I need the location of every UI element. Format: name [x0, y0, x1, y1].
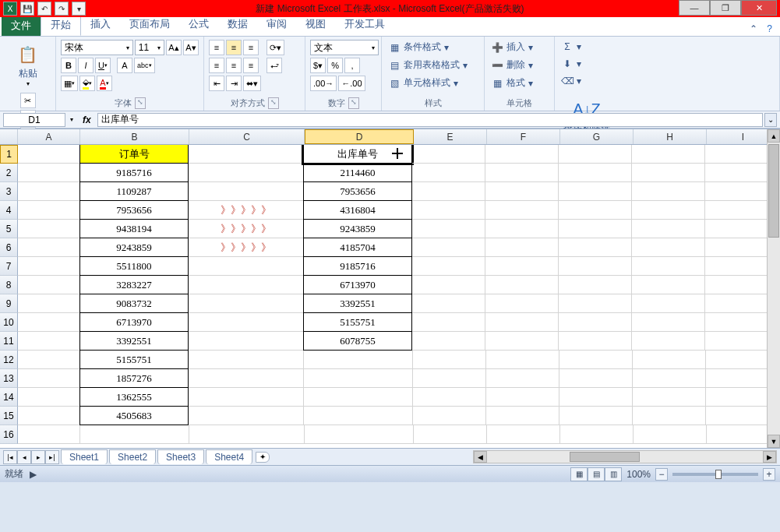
insert-cells-button[interactable]: ➕插入 ▾	[489, 40, 549, 55]
cell-B16[interactable]	[80, 425, 189, 444]
cell-D7[interactable]: 9185716	[303, 256, 412, 276]
decrease-decimal-button[interactable]: ←.00	[338, 76, 365, 91]
cell-D15[interactable]	[304, 407, 413, 425]
cell-A1[interactable]	[18, 145, 80, 164]
cell-H13[interactable]	[633, 369, 706, 388]
cell-E14[interactable]	[413, 388, 486, 407]
cell-G1[interactable]	[559, 145, 632, 164]
cell-D6[interactable]: 4185704	[303, 238, 412, 257]
cell-H6[interactable]	[632, 238, 705, 257]
cell-F5[interactable]	[485, 220, 559, 238]
maximize-button[interactable]: ❐	[710, 0, 741, 16]
cell-B10[interactable]: 6713970	[79, 312, 189, 332]
row-header-2[interactable]: 2	[0, 164, 18, 182]
cell-A13[interactable]	[18, 369, 80, 388]
cell-F9[interactable]	[485, 294, 559, 313]
cell-G5[interactable]	[559, 220, 632, 238]
minimize-button[interactable]: —	[679, 0, 710, 16]
cell-B5[interactable]: 9438194	[79, 219, 189, 238]
row-header-6[interactable]: 6	[0, 238, 18, 257]
align-center-button[interactable]: ≡	[226, 58, 242, 73]
increase-font-button[interactable]: A▴	[166, 40, 182, 55]
tab-开发工具[interactable]: 开发工具	[335, 14, 394, 36]
cell-D4[interactable]: 4316804	[303, 200, 412, 220]
sheet-tab-Sheet2[interactable]: Sheet2	[109, 449, 156, 464]
cell-C6[interactable]: 》》》》》	[189, 238, 304, 257]
file-tab[interactable]: 文件	[2, 16, 41, 36]
align-middle-button[interactable]: ≡	[226, 40, 242, 55]
cell-E11[interactable]	[412, 332, 485, 351]
cell-D5[interactable]: 9243859	[303, 219, 412, 238]
cell-C15[interactable]	[189, 407, 304, 425]
conditional-formatting-button[interactable]: ▦条件格式 ▾	[386, 40, 479, 55]
cell-C10[interactable]	[189, 313, 304, 332]
view-normal-button[interactable]: ▦	[570, 467, 588, 481]
row-header-1[interactable]: 1	[0, 145, 18, 164]
align-right-button[interactable]: ≡	[243, 58, 259, 73]
cell-F2[interactable]	[485, 164, 559, 182]
col-header-E[interactable]: E	[414, 129, 487, 144]
cell-B6[interactable]: 9243859	[79, 238, 189, 257]
cell-A5[interactable]	[18, 220, 80, 238]
tab-公式[interactable]: 公式	[179, 14, 218, 36]
zoom-level[interactable]: 100%	[626, 469, 651, 480]
cell-E15[interactable]	[413, 407, 486, 425]
row-header-14[interactable]: 14	[0, 388, 18, 407]
cell-A12[interactable]	[18, 351, 80, 369]
font-name-combo[interactable]: 宋体▾	[61, 40, 133, 55]
cell-F6[interactable]	[485, 238, 559, 257]
cell-G7[interactable]	[559, 257, 632, 276]
cell-H14[interactable]	[633, 388, 706, 407]
cell-D8[interactable]: 6713970	[303, 275, 412, 294]
fill-button[interactable]: ⬇▾	[559, 57, 583, 71]
row-header-4[interactable]: 4	[0, 201, 18, 220]
cell-E10[interactable]	[412, 313, 485, 332]
row-header-16[interactable]: 16	[0, 425, 18, 444]
cell-F11[interactable]	[485, 332, 559, 351]
cell-G9[interactable]	[559, 294, 632, 313]
macro-record-icon[interactable]: ▶	[30, 469, 37, 480]
comma-button[interactable]: ,	[344, 58, 360, 73]
ribbon-minimize-icon[interactable]: ⌃	[746, 22, 761, 36]
horizontal-scrollbar[interactable]: ◀ ▶	[473, 450, 777, 463]
cell-F8[interactable]	[485, 276, 559, 294]
sheet-tab-Sheet3[interactable]: Sheet3	[157, 449, 204, 464]
underline-button[interactable]: U▾	[95, 58, 111, 73]
cell-A15[interactable]	[18, 407, 80, 425]
fill-color-button[interactable]: ⬙▾	[79, 76, 95, 91]
cell-F3[interactable]	[485, 182, 559, 201]
select-all-corner[interactable]	[0, 129, 18, 144]
row-header-9[interactable]: 9	[0, 294, 18, 313]
cell-G15[interactable]	[559, 407, 633, 425]
cell-B8[interactable]: 3283227	[79, 275, 189, 294]
cell-C11[interactable]	[189, 332, 304, 351]
cell-H3[interactable]	[632, 182, 705, 201]
paste-button[interactable]: 📋 粘贴 ▾	[12, 40, 44, 90]
delete-cells-button[interactable]: ➖删除 ▾	[489, 58, 549, 72]
cell-A9[interactable]	[18, 294, 80, 313]
name-box-dropdown-icon[interactable]: ▾	[67, 116, 76, 123]
cell-H11[interactable]	[632, 332, 705, 351]
cell-A11[interactable]	[18, 332, 80, 351]
autosum-button[interactable]: Σ▾	[559, 40, 583, 54]
row-header-7[interactable]: 7	[0, 257, 18, 276]
cell-B14[interactable]: 1362555	[79, 387, 189, 407]
formula-input[interactable]: 出库单号	[97, 113, 763, 127]
formula-expand-icon[interactable]: ⌄	[764, 113, 777, 127]
cell-G14[interactable]	[559, 388, 633, 407]
cell-C9[interactable]	[189, 294, 304, 313]
format-cells-button[interactable]: ▦格式 ▾	[489, 76, 549, 90]
cell-E2[interactable]	[412, 164, 485, 182]
cell-D2[interactable]: 2114460	[303, 163, 412, 182]
increase-decimal-button[interactable]: .00→	[310, 76, 337, 91]
sheet-nav-first-icon[interactable]: |◂	[3, 450, 17, 464]
cell-B9[interactable]: 9083732	[79, 294, 189, 313]
italic-button[interactable]: I	[78, 58, 94, 73]
cell-D1[interactable]: 出库单号	[303, 145, 412, 164]
zoom-in-button[interactable]: +	[763, 468, 775, 481]
col-header-G[interactable]: G	[560, 129, 634, 144]
cell-A4[interactable]	[18, 201, 80, 220]
cell-B15[interactable]: 4505683	[79, 406, 189, 425]
sheet-tab-Sheet4[interactable]: Sheet4	[206, 449, 252, 464]
cell-H5[interactable]	[632, 220, 705, 238]
